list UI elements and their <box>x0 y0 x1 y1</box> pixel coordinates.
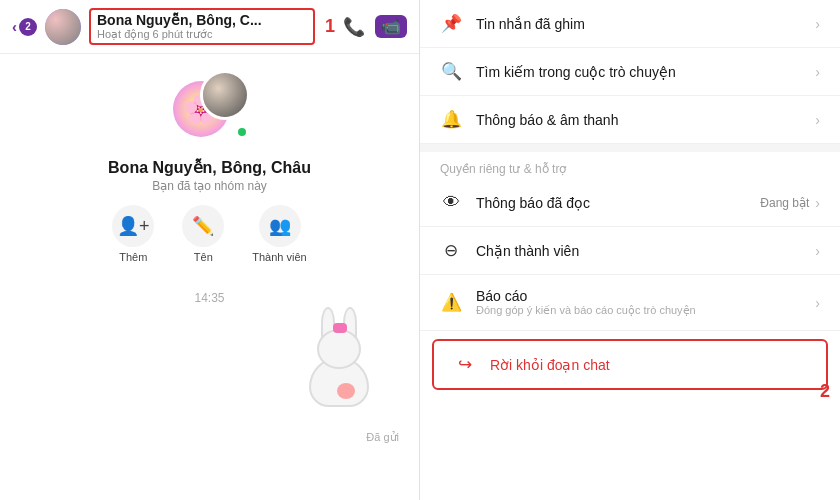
eye-icon: 👁 <box>440 193 462 213</box>
notification-right: › <box>815 112 820 128</box>
add-member-button[interactable]: 👤+ Thêm <box>112 205 154 263</box>
search-chevron: › <box>815 64 820 80</box>
rename-button[interactable]: ✏️ Tên <box>182 205 224 263</box>
add-icon: 👤+ <box>112 205 154 247</box>
group-avatar: 🌸 <box>170 70 250 150</box>
label-2: 2 <box>820 381 830 402</box>
leave-section: ↪ Rời khỏi đoạn chat 2 <box>420 331 840 398</box>
search-icon: 🔍 <box>440 61 462 82</box>
sticker-area: Đã gửi <box>0 317 419 444</box>
search-item[interactable]: 🔍 Tìm kiếm trong cuộc trò chuyện › <box>420 48 840 96</box>
video-icon[interactable]: 📹 <box>375 15 407 38</box>
block-item[interactable]: ⊖ Chặn thành viên › <box>420 227 840 275</box>
left-panel: ‹ 2 Bona Nguyễn, Bông, C... Hoạt động 6 … <box>0 0 420 500</box>
bell-icon: 🔔 <box>440 109 462 130</box>
action-row: 👤+ Thêm ✏️ Tên 👥 Thành viên <box>112 205 306 263</box>
rename-label: Tên <box>194 251 213 263</box>
report-label: Báo cáo <box>476 288 801 304</box>
report-right: › <box>815 295 820 311</box>
report-chevron: › <box>815 295 820 311</box>
pinned-right: › <box>815 16 820 32</box>
message-timestamp: 14:35 <box>194 291 224 305</box>
notification-chevron: › <box>815 112 820 128</box>
members-button[interactable]: 👥 Thành viên <box>252 205 306 263</box>
menu-section-main: 📌 Tin nhắn đã ghim › 🔍 Tìm kiếm trong cu… <box>420 0 840 144</box>
chat-body: 🌸 Bona Nguyễn, Bông, Châu Bạn đã tạo nhó… <box>0 54 419 500</box>
sticker-message <box>279 317 399 427</box>
leave-label: Rời khỏi đoạn chat <box>490 357 806 373</box>
menu-section-privacy: 👁 Thông báo đã đọc Đang bật › ⊖ Chặn thà… <box>420 180 840 331</box>
search-label: Tìm kiếm trong cuộc trò chuyện <box>476 64 801 80</box>
section-divider-1 <box>420 144 840 152</box>
read-receipt-right: Đang bật › <box>760 195 820 211</box>
block-right: › <box>815 243 820 259</box>
search-right: › <box>815 64 820 80</box>
header-avatar <box>45 9 81 45</box>
chat-header: ‹ 2 Bona Nguyễn, Bông, C... Hoạt động 6 … <box>0 0 419 54</box>
sent-label: Đã gửi <box>366 431 399 444</box>
read-receipt-chevron: › <box>815 195 820 211</box>
edit-icon: ✏️ <box>182 205 224 247</box>
report-item[interactable]: ⚠️ Báo cáo Đóng góp ý kiến và báo cáo cu… <box>420 275 840 331</box>
right-panel: 📌 Tin nhắn đã ghim › 🔍 Tìm kiếm trong cu… <box>420 0 840 500</box>
notification-item[interactable]: 🔔 Thông báo & âm thanh › <box>420 96 840 144</box>
report-sub-label: Đóng góp ý kiến và báo cáo cuộc trò chuy… <box>476 304 801 317</box>
read-receipt-badge: Đang bật <box>760 196 809 210</box>
members-label: Thành viên <box>252 251 306 263</box>
pinned-chevron: › <box>815 16 820 32</box>
members-icon: 👥 <box>259 205 301 247</box>
back-button[interactable]: ‹ 2 <box>12 18 37 36</box>
block-chevron: › <box>815 243 820 259</box>
header-actions: 📞 📹 <box>343 15 407 38</box>
pinned-messages-item[interactable]: 📌 Tin nhắn đã ghim › <box>420 0 840 48</box>
read-receipt-item[interactable]: 👁 Thông báo đã đọc Đang bật › <box>420 180 840 227</box>
header-info: Bona Nguyễn, Bông, C... Hoạt động 6 phút… <box>89 8 315 45</box>
privacy-section-label: Quyền riêng tư & hỗ trợ <box>420 152 840 180</box>
group-subtitle: Bạn đã tạo nhóm này <box>152 179 267 193</box>
notification-label: Thông báo & âm thanh <box>476 112 801 128</box>
online-indicator <box>236 126 248 138</box>
leave-chat-item[interactable]: ↪ Rời khỏi đoạn chat <box>432 339 828 390</box>
read-receipt-label: Thông báo đã đọc <box>476 195 746 211</box>
block-label: Chặn thành viên <box>476 243 801 259</box>
avatar-front <box>200 70 250 120</box>
block-icon: ⊖ <box>440 240 462 261</box>
group-info: 🌸 Bona Nguyễn, Bông, Châu Bạn đã tạo nhó… <box>0 70 419 279</box>
back-chevron-icon: ‹ <box>12 18 17 35</box>
pinned-label: Tin nhắn đã ghim <box>476 16 801 32</box>
back-count-badge: 2 <box>19 18 37 36</box>
header-name: Bona Nguyễn, Bông, C... <box>97 12 277 28</box>
bunny-sticker <box>299 317 379 407</box>
leave-icon: ↪ <box>454 354 476 375</box>
pin-icon: 📌 <box>440 13 462 34</box>
group-name: Bona Nguyễn, Bông, Châu <box>108 158 311 177</box>
warning-icon: ⚠️ <box>440 292 462 313</box>
add-label: Thêm <box>119 251 147 263</box>
label-1: 1 <box>325 16 335 37</box>
phone-icon[interactable]: 📞 <box>343 16 365 38</box>
header-status: Hoạt động 6 phút trước <box>97 28 307 41</box>
